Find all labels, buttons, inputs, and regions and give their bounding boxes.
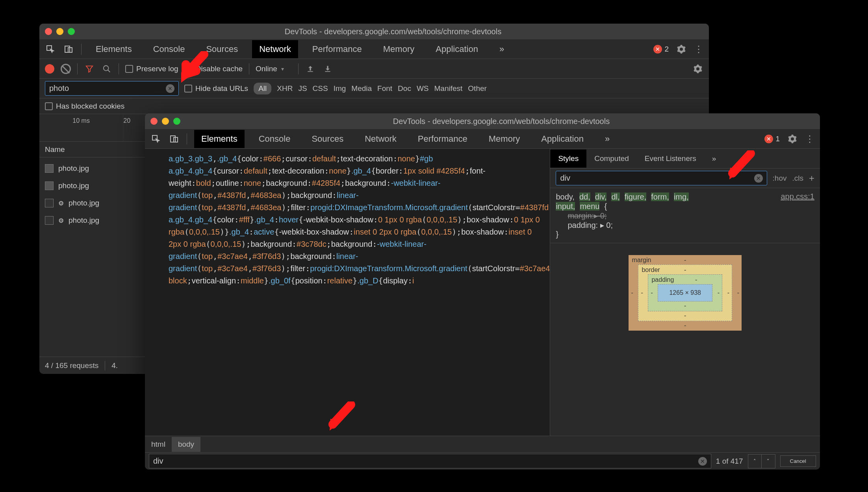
styles-tab-computed[interactable]: Computed	[586, 150, 637, 168]
search-icon[interactable]	[101, 63, 112, 74]
styles-tabs: Styles Computed Event Listeners »	[550, 149, 820, 168]
record-icon[interactable]	[45, 64, 54, 74]
timeline-tick: 10 ms	[39, 114, 123, 141]
find-next-button[interactable]: ˅	[762, 455, 775, 468]
error-counter[interactable]: ✕ 2	[653, 45, 669, 54]
cls-toggle[interactable]: .cls	[792, 174, 803, 183]
titlebar[interactable]: DevTools - developers.google.com/web/too…	[39, 24, 709, 39]
box-model-diagram[interactable]: margin - - - - border - - - - padding -	[550, 243, 820, 342]
tab-elements[interactable]: Elements	[89, 40, 139, 58]
disable-cache-checkbox[interactable]: ✓ Disable cache	[185, 65, 243, 73]
upload-icon[interactable]	[305, 63, 316, 74]
hov-toggle[interactable]: :hov	[773, 174, 787, 183]
box-model-padding: padding - - - - 1265 × 938	[648, 274, 722, 311]
clear-input-icon[interactable]: ✕	[166, 84, 174, 93]
minimize-icon[interactable]	[162, 118, 169, 125]
tab-performance[interactable]: Performance	[411, 130, 475, 148]
filter-type-all[interactable]: All	[254, 83, 271, 94]
add-rule-icon[interactable]: +	[809, 173, 814, 184]
maximize-icon[interactable]	[68, 28, 75, 35]
has-blocked-cookies-checkbox[interactable]: Has blocked cookies	[45, 102, 124, 111]
filter-icon[interactable]	[84, 63, 95, 74]
download-icon[interactable]	[322, 63, 333, 74]
tab-sources[interactable]: Sources	[304, 130, 351, 148]
filter-text[interactable]	[49, 84, 166, 93]
filter-type-css[interactable]: CSS	[313, 84, 328, 93]
filter-type-media[interactable]: Media	[351, 84, 372, 93]
close-icon[interactable]	[45, 28, 52, 35]
settings-icon[interactable]	[676, 44, 687, 55]
network-settings-icon[interactable]	[692, 63, 703, 74]
device-toggle-icon[interactable]	[63, 44, 74, 55]
find-prev-button[interactable]: ˄	[748, 455, 762, 468]
titlebar[interactable]: DevTools - developers.google.com/web/too…	[145, 113, 820, 129]
styles-filter-input[interactable]: ✕	[556, 171, 767, 185]
breadcrumb-html[interactable]: html	[145, 437, 172, 452]
filter-type-js[interactable]: JS	[298, 84, 307, 93]
margin-left-value: -	[631, 289, 633, 296]
more-tabs-icon[interactable]: »	[492, 40, 511, 58]
filter-type-xhr[interactable]: XHR	[277, 84, 293, 93]
kebab-menu-icon[interactable]: ⋮	[805, 133, 814, 144]
tab-application[interactable]: Application	[428, 40, 485, 58]
find-input[interactable]: ✕	[149, 454, 711, 468]
error-icon: ✕	[764, 135, 773, 143]
online-dropdown[interactable]: Online ▾	[256, 65, 284, 73]
clear-icon[interactable]	[61, 64, 71, 74]
inspect-icon[interactable]	[150, 133, 161, 144]
filter-type-font[interactable]: Font	[377, 84, 392, 93]
svg-point-3	[104, 65, 109, 70]
file-name: photo.jpg	[58, 181, 89, 190]
border-left-value: -	[641, 289, 643, 296]
tab-network[interactable]: Network	[252, 40, 298, 58]
inspect-icon[interactable]	[45, 44, 56, 55]
tab-performance[interactable]: Performance	[305, 40, 369, 58]
brace: {	[604, 202, 607, 211]
tab-network[interactable]: Network	[358, 130, 404, 148]
minimize-icon[interactable]	[56, 28, 63, 35]
filter-type-img[interactable]: Img	[334, 84, 346, 93]
cancel-button[interactable]: Cancel	[780, 455, 816, 467]
main-tabs: Elements Console Sources Network Perform…	[145, 129, 820, 149]
checkbox-icon	[184, 85, 192, 92]
error-counter[interactable]: ✕ 1	[764, 135, 780, 143]
filter-input[interactable]: ✕	[45, 81, 179, 96]
filter-type-ws[interactable]: WS	[417, 84, 429, 93]
filter-type-other[interactable]: Other	[468, 84, 487, 93]
styles-filter-text[interactable]	[560, 174, 754, 183]
preserve-log-label: Preserve log	[136, 65, 178, 73]
tab-elements[interactable]: Elements	[194, 130, 245, 148]
styles-tab-styles[interactable]: Styles	[550, 150, 586, 168]
box-model-margin: margin - - - - border - - - - padding -	[629, 255, 742, 331]
filter-type-manifest[interactable]: Manifest	[434, 84, 463, 93]
selector-part-hl: menu	[580, 202, 599, 211]
source-code-pane[interactable]: a.gb_3.gb_3,.gb_4{color:#666;cursor:defa…	[145, 149, 550, 436]
close-icon[interactable]	[150, 118, 158, 125]
find-text[interactable]	[153, 457, 698, 466]
tab-console[interactable]: Console	[252, 130, 298, 148]
kebab-menu-icon[interactable]: ⋮	[694, 44, 703, 55]
border-right-value: -	[727, 289, 729, 296]
preserve-log-checkbox[interactable]: Preserve log	[125, 65, 178, 73]
filter-type-doc[interactable]: Doc	[398, 84, 411, 93]
settings-icon[interactable]	[787, 133, 798, 144]
file-name: photo.jpg	[69, 216, 99, 225]
tab-memory[interactable]: Memory	[376, 40, 421, 58]
tab-sources[interactable]: Sources	[199, 40, 245, 58]
source-link[interactable]: app.css:1	[781, 192, 814, 201]
tab-memory[interactable]: Memory	[482, 130, 527, 148]
clear-input-icon[interactable]: ✕	[698, 457, 707, 466]
device-toggle-icon[interactable]	[169, 133, 180, 144]
clear-input-icon[interactable]: ✕	[754, 174, 763, 183]
maximize-icon[interactable]	[173, 118, 180, 125]
css-property-padding[interactable]: padding: ▸ 0;	[568, 220, 814, 230]
tab-application[interactable]: Application	[534, 130, 591, 148]
more-tabs-icon[interactable]: »	[598, 130, 617, 148]
css-rule[interactable]: app.css:1 body, dd, div, dl, figure, for…	[550, 188, 820, 243]
styles-tab-event-listeners[interactable]: Event Listeners	[637, 150, 704, 168]
css-property-margin[interactable]: margin:▸ 0;	[568, 211, 814, 220]
hide-data-urls-checkbox[interactable]: Hide data URLs	[184, 84, 248, 93]
more-tabs-icon[interactable]: »	[704, 150, 724, 168]
breadcrumb-body[interactable]: body	[172, 437, 200, 452]
tab-console[interactable]: Console	[146, 40, 192, 58]
